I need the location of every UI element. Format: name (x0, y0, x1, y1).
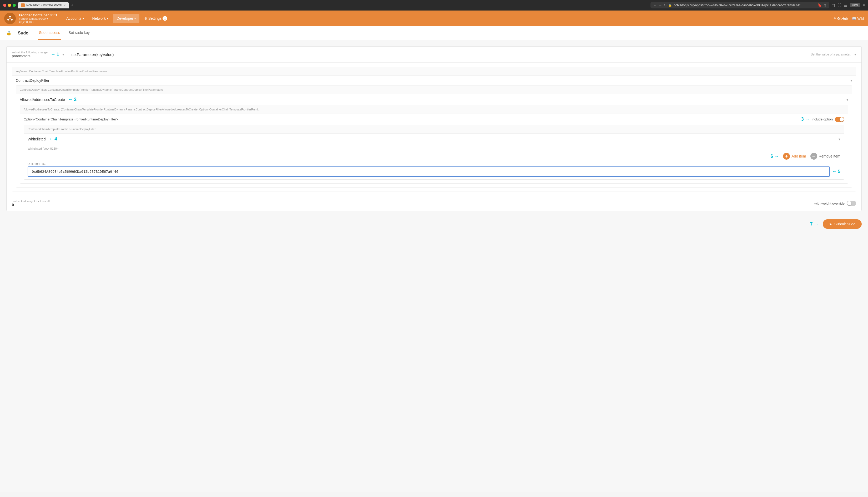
deploy-filter-dropdown-arrow: ▾ (839, 137, 840, 141)
svg-line-3 (9, 17, 10, 19)
active-tab[interactable]: Polkadot/Substrate Portal ✕ (18, 2, 69, 9)
deploy-filter-selector[interactable]: Whitelisted ← 4 ▾ (24, 133, 844, 144)
github-link[interactable]: ⑂ GitHub (834, 17, 848, 20)
section-sublabel: submit the following change (12, 51, 47, 54)
remove-item-button[interactable]: − Remove item (810, 153, 840, 160)
weight-override-toggle[interactable] (847, 201, 856, 206)
share-button[interactable]: ⇧ (824, 3, 827, 8)
nav-settings[interactable]: ⚙ Settings 1 (141, 14, 171, 23)
keyvalue-header: keyValue: ContainerChainTemplateFrontier… (12, 67, 856, 76)
filter-type-label: ContractDeployFilter: ContainerChainTemp… (20, 88, 848, 91)
svg-point-2 (11, 19, 13, 20)
wiki-icon: 📖 (852, 17, 856, 20)
svg-point-1 (8, 19, 9, 20)
whitelisted-label: Whitelisted: Vec<H160> (28, 147, 840, 150)
description-dropdown-arrow[interactable]: ▾ (854, 52, 856, 57)
keyvalue-section: keyValue: ContainerChainTemplateFrontier… (12, 67, 856, 191)
submit-row: 7 → ➤ Submit Sudo (6, 215, 862, 233)
maximize-window-button[interactable] (13, 4, 16, 7)
bookmark-button[interactable]: 🔖 (817, 3, 822, 8)
include-option-toggle[interactable] (835, 117, 844, 122)
form-header: submit the following change parameters ←… (6, 46, 862, 62)
menu-button[interactable]: ≡ (863, 3, 865, 8)
hex-input-row: ← 5 (28, 167, 840, 177)
filter-dropdown-arrow: ▾ (846, 98, 848, 102)
main-card: submit the following change parameters ←… (6, 46, 862, 211)
wiki-link[interactable]: 📖 Wiki (852, 17, 864, 20)
annotation-1: ← 1 (51, 52, 59, 57)
filter-selector[interactable]: AllowedAddressesToCreate ← 2 ▾ (16, 94, 852, 105)
brand-info: Frontier Container 3001 frontier-templat… (19, 13, 57, 24)
option-row: Option<ContainerChainTemplateFrontierRun… (20, 114, 848, 125)
include-option-group: 3 → include option (801, 116, 844, 122)
settings-gear-icon: ⚙ (144, 17, 147, 20)
allowed-type-label: AllowedAddressesToCreate: (ContainerChai… (24, 108, 844, 111)
add-item-icon: + (783, 153, 790, 160)
deploy-filter-section: ContainerChainTemplateFrontierRuntimeDep… (24, 125, 844, 180)
tab-sudo-access[interactable]: Sudo access (38, 26, 61, 40)
nav-network[interactable]: Network ▾ (89, 14, 112, 23)
forward-button[interactable]: → (658, 3, 662, 8)
sudo-header: 🔒 Sudo Sudo access Set sudo key (0, 26, 868, 40)
keyvalue-selected-value: ContractDeployFilter (16, 79, 49, 83)
annotation-2: ← 2 (68, 97, 76, 102)
whitelisted-section: Whitelisted: Vec<H160> 6 → + Add item (24, 144, 844, 179)
extensions-button[interactable]: ◫ (831, 3, 835, 8)
add-item-button[interactable]: + Add item (783, 153, 806, 160)
annotation-4: ← 4 (49, 136, 57, 142)
network-dropdown-icon: ▾ (107, 17, 108, 20)
action-row: 6 → + Add item − Remove item (28, 153, 840, 160)
tab-set-sudo-key[interactable]: Set sudo key (67, 26, 91, 40)
tab-title: Polkadot/Substrate Portal (26, 3, 62, 7)
traffic-lights (3, 4, 16, 7)
tab-favicon (21, 3, 25, 7)
annotation-5: ← 5 (832, 169, 840, 174)
keyvalue-selector[interactable]: ContractDeployFilter ▾ (12, 76, 856, 85)
hex-input-group: 0: H160: H160 ← 5 (28, 162, 840, 177)
keyvalue-type-label: keyValue: ContainerChainTemplateFrontier… (16, 70, 852, 73)
weight-value: 0 (12, 203, 50, 207)
minimize-window-button[interactable] (8, 4, 11, 7)
section-dropdown-arrow[interactable]: ▾ (62, 52, 64, 57)
annotation-7: 7 → (810, 219, 819, 229)
new-tab-button[interactable]: + (70, 3, 74, 8)
weight-override-group: with weight override (814, 201, 856, 206)
tab-bar: Polkadot/Substrate Portal ✕ + (18, 2, 649, 9)
chain-sub1: frontier-template/700 ▾ (19, 17, 57, 20)
svg-line-4 (10, 17, 11, 19)
method-description: Set the value of a parameter. (811, 53, 851, 56)
sidebar-button[interactable]: ☰ (844, 3, 847, 8)
allowed-section: AllowedAddressesToCreate: (ContainerChai… (20, 105, 848, 184)
nav-items: Accounts ▾ Network ▾ Developer ▾ ⚙ Setti… (62, 14, 834, 23)
filter-selected-value: AllowedAddressesToCreate ← 2 (20, 97, 76, 102)
allowed-header: AllowedAddressesToCreate: (ContainerChai… (20, 105, 848, 114)
nav-developer[interactable]: Developer ▾ (113, 14, 139, 23)
back-button[interactable]: ← (653, 3, 657, 8)
address-input[interactable] (674, 3, 816, 7)
close-window-button[interactable] (3, 4, 6, 7)
hex-input-label: 0: H160: H160 (28, 162, 840, 166)
fullscreen-button[interactable]: ⛶ (838, 3, 841, 8)
annotation-3: 3 → (801, 116, 810, 122)
nav-accounts[interactable]: Accounts ▾ (62, 14, 88, 23)
github-icon: ⑂ (834, 17, 836, 20)
keyvalue-dropdown-arrow: ▾ (850, 79, 852, 83)
weight-override-knob (847, 201, 851, 205)
annotation-6: 6 → (770, 154, 779, 159)
hex-input[interactable] (28, 167, 830, 177)
deploy-filter-type-label: ContainerChainTemplateFrontierRuntimeDep… (28, 128, 840, 131)
option-value: Option<ContainerChainTemplateFrontierRun… (24, 117, 118, 121)
reload-button[interactable]: ↻ (664, 3, 667, 8)
include-option-label: include option (812, 117, 833, 121)
sudo-lock-icon: 🔒 (6, 30, 12, 36)
deploy-filter-header: ContainerChainTemplateFrontierRuntimeDep… (24, 125, 844, 133)
deploy-filter-selected-value: Whitelisted ← 4 (28, 136, 57, 142)
remove-item-icon: − (810, 153, 817, 160)
submit-sudo-button[interactable]: ➤ Submit Sudo (823, 219, 862, 229)
browser-actions: ◫ ⛶ ☰ VPN ≡ (831, 3, 865, 8)
tab-close-button[interactable]: ✕ (63, 4, 66, 7)
brand-logo (4, 13, 16, 24)
address-bar-container: ← → ↻ 🔒 🔖 ⇧ (651, 2, 829, 9)
vpn-badge[interactable]: VPN (850, 3, 860, 8)
weight-bar: unchecked weight for this call 0 with we… (6, 196, 862, 211)
